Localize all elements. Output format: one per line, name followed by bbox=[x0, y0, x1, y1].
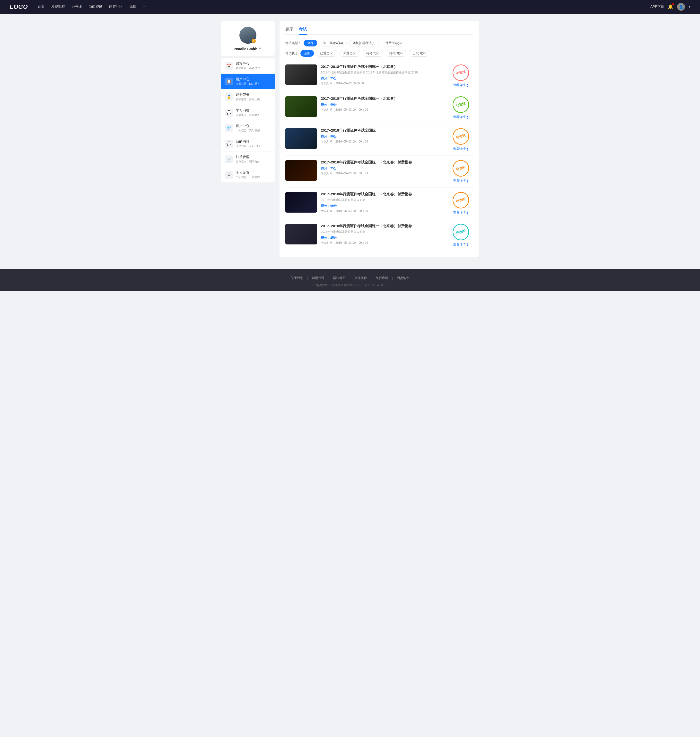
profile-avatar-wrap: 🏆 bbox=[240, 27, 256, 44]
menu-item-course-desc: 精彩课程，不容错过 bbox=[236, 66, 271, 70]
exam-action-2: 已通过 查看详情 ❯ bbox=[449, 96, 473, 119]
exam-item-1: 2017–2018年行测证件考试全国统一（北京卷） 2018年行测考试是最值得多… bbox=[285, 60, 473, 92]
detail-btn-3[interactable]: 查看详情 ❯ bbox=[453, 147, 469, 151]
stamp-6: 已批阅 bbox=[451, 222, 471, 242]
detail-btn-5[interactable]: 查看详情 ❯ bbox=[453, 211, 469, 215]
sidebar-item-settings[interactable]: ⚙ 个人设置 个人信息、一键管理 bbox=[221, 167, 275, 183]
filter-status-awaiting-review[interactable]: 待批阅(2) bbox=[386, 50, 406, 57]
nav-open-course[interactable]: 公开课 bbox=[72, 4, 82, 9]
score-unit-6: 分 bbox=[334, 236, 337, 239]
calendar-icon: 📅 bbox=[225, 62, 233, 70]
logo: LOGO bbox=[10, 3, 28, 10]
menu-item-orders-desc: 订单支出、明明白白 bbox=[236, 160, 271, 164]
stamp-2: 已通过 bbox=[451, 94, 471, 115]
footer-link-franchise[interactable]: 加盟代理 bbox=[308, 276, 328, 280]
score-value-4: 25 bbox=[330, 167, 334, 170]
menu-item-exam-text: 题库中心 海量习题，助力通关 bbox=[236, 77, 271, 85]
footer-link-disclaimer[interactable]: 免责声明 bbox=[372, 276, 392, 280]
profile-edit-icon[interactable]: ✎ bbox=[259, 47, 262, 51]
footer: 关于我们 | 加盟代理 | 网站地图 | 合作伙伴 | 免责声明 | 招贤纳士 … bbox=[0, 269, 700, 291]
nav-news[interactable]: 新闻资讯 bbox=[89, 4, 102, 9]
score-value-3: 99 bbox=[330, 134, 334, 138]
sidebar-item-course[interactable]: 📅 课程中心 精彩课程，不容错过 bbox=[221, 58, 275, 74]
menu-item-settings-title: 个人设置 bbox=[236, 171, 271, 175]
app-download-button[interactable]: APP下载 bbox=[650, 4, 664, 9]
filter-type-cert[interactable]: 证书类考试(4) bbox=[320, 40, 347, 46]
stamp-text-6: 已批阅 bbox=[456, 228, 466, 235]
sidebar-item-orders[interactable]: 📄 订单管理 订单支出、明明白白 bbox=[221, 152, 275, 167]
exam-title-1: 2017–2018年行测证件考试全国统一（北京卷） bbox=[321, 65, 445, 69]
time-label-1: 考试时间： bbox=[321, 82, 335, 85]
exam-item-5: 2017–2018年行测证件考试全国统一（北京卷）付费批卷 2018年行测考试是… bbox=[285, 187, 473, 220]
avatar[interactable]: 👤 bbox=[677, 3, 685, 11]
time-label-2: 考试时间： bbox=[321, 108, 335, 111]
exam-score-6: 得分：25分 bbox=[321, 236, 445, 240]
profile-name: Natalie Smith ✎ bbox=[225, 47, 271, 51]
score-value-6: 25 bbox=[330, 236, 334, 239]
detail-btn-2[interactable]: 查看详情 ❯ bbox=[453, 115, 469, 119]
time-label-3: 考试时间： bbox=[321, 140, 335, 143]
sidebar-item-qa[interactable]: 💬 学习问答 课后重温、疑难解答 bbox=[221, 105, 275, 120]
menu-item-qa-text: 学习问答 课后重温、疑难解答 bbox=[236, 108, 271, 117]
nav-exam[interactable]: 题库 bbox=[129, 4, 136, 9]
stamp-5: 待批阅 bbox=[451, 190, 471, 210]
detail-btn-6[interactable]: 查看详情 ❯ bbox=[453, 242, 469, 247]
menu-item-qa-desc: 课后重温、疑难解答 bbox=[236, 113, 271, 117]
detail-btn-1[interactable]: 查看详情 ❯ bbox=[453, 83, 469, 87]
menu-item-cert-text: 证书荣誉 收获荣誉、持证上岗 bbox=[236, 93, 271, 101]
exam-action-1: 未通过 查看详情 ❯ bbox=[449, 65, 473, 87]
detail-btn-label-6: 查看详情 bbox=[453, 242, 466, 247]
profile-badge-icon: 🏆 bbox=[251, 39, 256, 43]
filter-status-pending[interactable]: 待考试(2) bbox=[363, 50, 383, 57]
footer-link-partners[interactable]: 合作伙伴 bbox=[350, 276, 371, 280]
filter-type-all[interactable]: 全部 bbox=[304, 40, 317, 46]
menu-item-messages-desc: 消息通知、及时了解 bbox=[236, 144, 271, 148]
exam-time-1: 考试时间：2019–05–03 10:09:09 bbox=[321, 81, 445, 85]
sidebar-item-cert[interactable]: 🏅 证书荣誉 收获荣誉、持证上岗 bbox=[221, 89, 275, 105]
detail-btn-4[interactable]: 查看详情 ❯ bbox=[453, 178, 469, 183]
score-unit-5: 分 bbox=[334, 204, 337, 208]
stamp-text-4: 待批阅 bbox=[456, 165, 466, 171]
filter-status-reviewed[interactable]: 已批阅(2) bbox=[409, 50, 429, 57]
nav-discover[interactable]: 发现课程 bbox=[51, 4, 65, 9]
nav-more[interactable]: ··· bbox=[143, 4, 146, 9]
exam-time-5: 考试时间：2019–05–03 10：09：09 bbox=[321, 209, 445, 213]
stamp-text-3: 待考试 bbox=[456, 133, 466, 140]
filter-type-random[interactable]: 随机抽题考试(5) bbox=[349, 40, 379, 46]
document-icon: 📄 bbox=[225, 155, 233, 163]
nav-qa[interactable]: 问答社区 bbox=[109, 4, 123, 9]
filter-status-passed[interactable]: 已通过(2) bbox=[316, 50, 337, 57]
footer-link-about[interactable]: 关于我们 bbox=[287, 276, 307, 280]
menu-item-messages-text: 我的消息 消息通知、及时了解 bbox=[236, 139, 271, 148]
exam-desc-1: 2018年行测考试是最值得多去研究 2018年行测考试是最值得多去研究 2018… bbox=[321, 71, 423, 75]
content-tabs: 题库 考试 bbox=[285, 27, 473, 35]
exam-title-4: 2017–2018年行测证件考试全国统一（北京卷）付费批卷 bbox=[321, 160, 445, 165]
sidebar-item-account[interactable]: 💎 账户中心 个人权益、实时掌握 bbox=[221, 120, 275, 136]
filter-type-paid[interactable]: 付费批卷(6) bbox=[382, 40, 406, 46]
time-value-1: 2019–05–03 10:09:09 bbox=[335, 82, 364, 85]
footer-link-sitemap[interactable]: 网站地图 bbox=[329, 276, 350, 280]
nav-home[interactable]: 首页 bbox=[38, 4, 44, 9]
exam-thumb-6 bbox=[285, 224, 317, 245]
exam-thumb-5 bbox=[285, 192, 317, 212]
tab-bank[interactable]: 题库 bbox=[285, 27, 293, 34]
filter-status-all[interactable]: 全部 bbox=[300, 50, 314, 57]
notification-bell[interactable]: 🔔 bbox=[668, 4, 673, 9]
sidebar-item-exam[interactable]: 📋 题库中心 海量习题，助力通关 bbox=[221, 74, 275, 89]
tab-exam[interactable]: 考试 bbox=[299, 27, 307, 34]
exam-action-4: 待批阅 查看详情 ❯ bbox=[449, 160, 473, 183]
detail-btn-label-2: 查看详情 bbox=[453, 115, 466, 119]
time-value-3: 2019–05–03 10：09：09 bbox=[335, 140, 368, 143]
exam-info-3: 2017–2018年行测证件考试全国统一 得分：99分 考试时间：2019–05… bbox=[321, 128, 445, 144]
chevron-down-icon[interactable]: ▾ bbox=[689, 5, 690, 9]
exam-score-2: 得分：99分 bbox=[321, 102, 445, 107]
score-label-1: 得分： bbox=[321, 77, 330, 80]
footer-link-careers[interactable]: 招贤纳士 bbox=[393, 276, 413, 280]
filter-status-failed[interactable]: 未通过(2) bbox=[340, 50, 360, 57]
sidebar-item-messages[interactable]: 💬 我的消息 消息通知、及时了解 bbox=[221, 136, 275, 152]
exam-thumb-4 bbox=[285, 160, 317, 181]
score-label-2: 得分： bbox=[321, 103, 330, 106]
score-label-4: 得分： bbox=[321, 167, 330, 170]
profile-name-text: Natalie Smith bbox=[234, 47, 257, 51]
menu-item-cert-title: 证书荣誉 bbox=[236, 93, 271, 97]
